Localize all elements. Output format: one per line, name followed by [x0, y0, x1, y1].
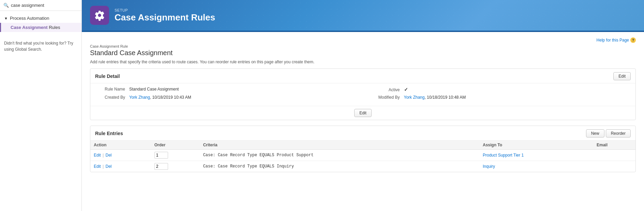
new-button[interactable]: New — [586, 129, 604, 137]
gear-icon — [94, 10, 105, 21]
sidebar: 🔍 ▼ Process Automation Case Assignment R… — [0, 0, 82, 211]
header-icon-wrap — [90, 6, 109, 25]
modified-by-value: York Zhang, 10/18/2019 10:48 AM — [404, 95, 466, 100]
rule-name-active-row: Rule Name Standard Case Assignment Activ… — [95, 87, 631, 92]
sidebar-item-highlight: Case Assignment — [11, 25, 48, 30]
created-by-link[interactable]: York Zhang — [129, 95, 150, 100]
rule-sub-label: Case Assignment Rule — [90, 44, 636, 48]
assign-to-cell-1: Inquiry — [479, 161, 593, 172]
edit-entry-link-1[interactable]: Edit — [94, 164, 101, 169]
rule-entries-title: Rule Entries — [95, 131, 123, 136]
help-link-row: Help for this Page ? — [90, 37, 636, 43]
action-sep-1: | — [102, 164, 105, 169]
search-input[interactable] — [11, 3, 78, 8]
assign-to-cell-0: Product Support Tier 1 — [479, 150, 593, 161]
order-cell-0 — [151, 150, 200, 161]
rule-detail-box: Rule Detail Edit Rule Name Standard Case… — [90, 68, 636, 120]
rule-entries-box: Rule Entries New Reorder Action Order Cr… — [90, 126, 636, 172]
active-label: Active — [370, 87, 404, 92]
entries-table-head: Action Order Criteria Assign To Email — [90, 141, 635, 150]
order-input-1[interactable] — [154, 163, 168, 170]
content-inner: Help for this Page ? Case Assignment Rul… — [82, 32, 644, 178]
page-title: Case Assignment Rules — [115, 12, 215, 23]
content-area: Help for this Page ? Case Assignment Rul… — [82, 32, 644, 211]
del-entry-link-0[interactable]: Del — [105, 153, 111, 158]
edit-button-bottom[interactable]: Edit — [354, 109, 372, 117]
setup-label: SETUP — [115, 8, 215, 12]
active-checkmark: ✓ — [404, 87, 408, 92]
col-email: Email — [593, 141, 635, 150]
edit-entry-link-0[interactable]: Edit — [94, 153, 101, 158]
modified-by-link[interactable]: York Zhang — [404, 95, 425, 100]
criteria-cell-1: Case: Case Record Type EQUALS Inquiry — [200, 161, 479, 172]
order-cell-1 — [151, 161, 200, 172]
rule-entries-header: Rule Entries New Reorder — [90, 126, 635, 141]
chevron-down-icon: ▼ — [4, 16, 8, 20]
rule-name-value: Standard Case Assignment — [129, 87, 179, 92]
entries-header-row: Action Order Criteria Assign To Email — [90, 141, 635, 150]
modified-by-date: , 10/18/2019 10:48 AM — [424, 95, 466, 100]
help-icon: ? — [630, 37, 636, 43]
entries-table-body: Edit | Del Case: Case Record Type EQUALS… — [90, 150, 635, 172]
table-row: Edit | Del Case: Case Record Type EQUALS… — [90, 150, 635, 161]
edit-button-top[interactable]: Edit — [613, 72, 631, 80]
assign-to-link-0[interactable]: Product Support Tier 1 — [483, 153, 524, 158]
col-criteria: Criteria — [200, 141, 479, 150]
search-icon: 🔍 — [3, 3, 9, 8]
header-text: SETUP Case Assignment Rules — [115, 8, 215, 23]
created-modified-row: Created By York Zhang, 10/18/2019 10:43 … — [95, 95, 631, 100]
reorder-button[interactable]: Reorder — [606, 129, 631, 137]
sidebar-section-process-automation[interactable]: ▼ Process Automation — [0, 14, 81, 23]
sidebar-nav: ▼ Process Automation Case Assignment Rul… — [0, 11, 81, 35]
modified-by-label: Modified By — [370, 95, 404, 100]
page-header: SETUP Case Assignment Rules — [82, 0, 644, 31]
col-action: Action — [90, 141, 151, 150]
email-cell-1 — [593, 161, 635, 172]
created-by-label: Created By — [95, 95, 129, 100]
help-link[interactable]: Help for this Page — [597, 38, 629, 43]
rule-description: Add rule entries that specify the criter… — [90, 60, 636, 64]
col-order: Order — [151, 141, 200, 150]
sidebar-help-text: Didn't find what you're looking for? Try… — [0, 35, 81, 58]
sidebar-item-link[interactable]: Case Assignment Rules — [11, 25, 60, 30]
rule-detail-fields: Rule Name Standard Case Assignment Activ… — [90, 83, 635, 106]
rule-detail-title: Rule Detail — [95, 74, 120, 79]
rule-detail-header: Rule Detail Edit — [90, 69, 635, 83]
action-cell: Edit | Del — [90, 161, 151, 172]
created-by-field: Created By York Zhang, 10/18/2019 10:43 … — [95, 95, 356, 100]
assign-to-link-1[interactable]: Inquiry — [483, 164, 495, 169]
order-input-0[interactable] — [154, 152, 168, 159]
rule-display-name: Standard Case Assignment — [90, 49, 636, 57]
table-row: Edit | Del Case: Case Record Type EQUALS… — [90, 161, 635, 172]
rule-detail-footer: Edit — [90, 106, 635, 120]
entries-table: Action Order Criteria Assign To Email Ed… — [90, 141, 635, 172]
sidebar-item-rest: Rules — [48, 25, 60, 30]
action-sep-0: | — [102, 153, 105, 158]
email-cell-0 — [593, 150, 635, 161]
created-by-value: York Zhang, 10/18/2019 10:43 AM — [129, 95, 191, 100]
rule-entries-actions: New Reorder — [586, 129, 631, 137]
created-by-date: , 10/18/2019 10:43 AM — [150, 95, 191, 100]
sidebar-item-case-assignment-rules[interactable]: Case Assignment Rules — [0, 23, 81, 32]
action-cell: Edit | Del — [90, 150, 151, 161]
modified-by-field: Modified By York Zhang, 10/18/2019 10:48… — [370, 95, 631, 100]
col-assign-to: Assign To — [479, 141, 593, 150]
search-bar: 🔍 — [0, 0, 81, 11]
rule-name-label: Rule Name — [95, 87, 129, 92]
criteria-cell-0: Case: Case Record Type EQUALS Product Su… — [200, 150, 479, 161]
main-area: SETUP Case Assignment Rules Help for thi… — [82, 0, 644, 211]
active-field: Active ✓ — [370, 87, 631, 92]
sidebar-section-label: Process Automation — [10, 16, 49, 21]
rule-name-field: Rule Name Standard Case Assignment — [95, 87, 356, 92]
del-entry-link-1[interactable]: Del — [105, 164, 111, 169]
